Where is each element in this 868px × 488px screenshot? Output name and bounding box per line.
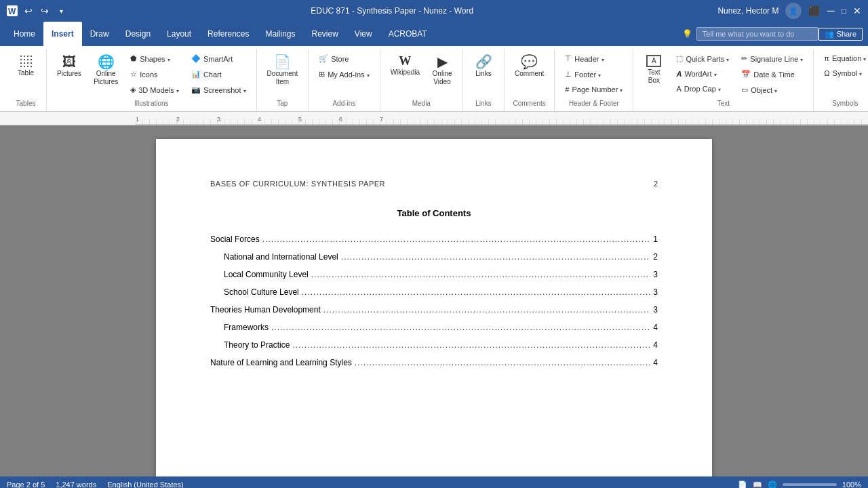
tab-design[interactable]: Design xyxy=(117,22,159,46)
header-button[interactable]: ⊤ Header ▾ xyxy=(560,52,627,66)
group-label-symbols: Symbols xyxy=(819,97,868,108)
pictures-icon: 🖼 xyxy=(62,55,76,68)
signature-line-button[interactable]: ✏ Signature Line ▾ xyxy=(736,52,808,66)
account-icon[interactable]: 👤 xyxy=(785,3,802,19)
tab-mailings[interactable]: Mailings xyxy=(257,22,303,46)
page-number-button[interactable]: # Page Number ▾ xyxy=(560,83,627,96)
ribbon-content: Table Tables 🖼 Pictures 🌐 OnlinePictures… xyxy=(0,46,868,112)
ruler: 1234567 xyxy=(0,112,868,125)
object-button[interactable]: ▭ Object ▾ xyxy=(736,83,808,97)
table-icon xyxy=(20,55,33,68)
ribbon-group-symbols: π Equation ▾ Ω Symbol ▾ Symbols xyxy=(814,49,868,111)
screenshot-icon: 📷 xyxy=(191,85,201,94)
toc-item-theory-practice: Theory to Practice .....................… xyxy=(210,340,658,350)
comment-icon: 💬 xyxy=(521,55,538,68)
equation-button[interactable]: π Equation ▾ xyxy=(819,52,868,65)
smartart-icon: 🔷 xyxy=(191,54,201,63)
online-video-button[interactable]: ▶ OnlineVideo xyxy=(427,52,457,89)
document-page: BASES OF CURRICULUM: SYNTHESIS PAPER 2 T… xyxy=(156,139,712,476)
customize-icon[interactable]: ▾ xyxy=(56,5,66,16)
view-web-icon[interactable]: 🌐 xyxy=(768,481,777,489)
datetime-button[interactable]: 📅 Date & Time xyxy=(736,67,808,81)
share-icon: 👥 xyxy=(825,30,834,39)
status-bar: Page 2 of 5 1,247 words English (United … xyxy=(0,476,868,488)
title-bar: W ↩ ↪ ▾ EDUC 871 - Synthesis Paper - Nun… xyxy=(0,0,868,22)
text-box-icon: A xyxy=(646,55,661,67)
smartart-button[interactable]: 🔷 SmartArt xyxy=(186,52,251,66)
table-button[interactable]: Table xyxy=(11,52,41,81)
tab-layout[interactable]: Layout xyxy=(159,22,199,46)
text-col3: ✏ Signature Line ▾ 📅 Date & Time ▭ Objec… xyxy=(736,52,808,97)
my-addins-button[interactable]: ⊞ My Add-ins ▾ xyxy=(314,67,374,81)
symbols-col: π Equation ▾ Ω Symbol ▾ xyxy=(819,52,868,80)
page-info: Page 2 of 5 xyxy=(7,481,45,488)
wikipedia-button[interactable]: W Wikipedia xyxy=(386,52,425,80)
tab-insert[interactable]: Insert xyxy=(43,22,82,46)
links-button[interactable]: 🔗 Links xyxy=(469,52,498,81)
text-col2: ⬚ Quick Parts ▾ A WordArt ▾ A Drop Cap ▾ xyxy=(671,52,734,96)
view-print-icon[interactable]: 📄 xyxy=(738,481,747,489)
comment-button[interactable]: 💬 Comment xyxy=(510,52,549,81)
close-btn[interactable]: ✕ xyxy=(853,5,861,16)
toc-item-social-forces: Social Forces ..........................… xyxy=(210,235,658,244)
shapes-button[interactable]: ⬟ Shapes ▾ xyxy=(125,52,184,66)
group-label-media: Media xyxy=(386,97,457,108)
toc-item-theories: Theories Human Development .............… xyxy=(210,305,658,314)
minimize-btn[interactable]: ─ xyxy=(827,5,834,17)
tab-references[interactable]: References xyxy=(199,22,257,46)
store-button[interactable]: 🛒 Store xyxy=(314,52,374,66)
text-box-button[interactable]: A TextBox xyxy=(639,52,669,88)
search-input[interactable] xyxy=(696,27,818,41)
symbol-button[interactable]: Ω Symbol ▾ xyxy=(819,66,868,80)
toc-item-school: School Culture Level ...................… xyxy=(210,287,658,297)
online-pictures-button[interactable]: 🌐 OnlinePictures xyxy=(89,52,123,89)
3d-models-button[interactable]: ◈ 3D Models ▾ xyxy=(125,83,184,97)
ribbon-group-headerfooter: ⊤ Header ▾ ⊥ Footer ▾ # Page Number ▾ He… xyxy=(555,49,633,111)
maximize-btn[interactable]: □ xyxy=(842,6,846,16)
tab-draw[interactable]: Draw xyxy=(82,22,117,46)
ribbon-group-tables: Table Tables xyxy=(5,49,47,111)
view-read-icon[interactable]: 📖 xyxy=(753,481,762,489)
svg-text:1: 1 xyxy=(136,116,139,123)
icons-icon: ☆ xyxy=(130,70,137,79)
addins-col: 🛒 Store ⊞ My Add-ins ▾ xyxy=(314,52,374,81)
signature-icon: ✏ xyxy=(741,54,747,63)
dropcap-icon: A xyxy=(676,85,681,93)
icons-button[interactable]: ☆ Icons xyxy=(125,67,184,81)
word-logo-icon: W xyxy=(7,5,18,16)
svg-text:W: W xyxy=(8,7,16,16)
tabs-row: Home Insert Draw Design Layout Reference… xyxy=(0,22,868,46)
zoom-slider[interactable] xyxy=(783,483,837,486)
tab-acrobat[interactable]: ACROBAT xyxy=(380,22,435,46)
screenshot-button[interactable]: 📷 Screenshot ▾ xyxy=(186,83,251,97)
pictures-button[interactable]: 🖼 Pictures xyxy=(52,52,86,81)
store-icon: 🛒 xyxy=(319,54,328,63)
ribbon-display-icon[interactable]: ⬛ xyxy=(808,5,820,16)
symbol-icon: Ω xyxy=(824,69,829,77)
undo-icon[interactable]: ↩ xyxy=(23,5,34,16)
toc-item-national: National and International Level .......… xyxy=(210,252,658,262)
share-button[interactable]: 👥 Share xyxy=(818,28,863,41)
zoom-level: 100% xyxy=(842,481,861,488)
chart-button[interactable]: 📊 Chart xyxy=(186,67,251,81)
group-label-illustrations: Illustrations xyxy=(52,97,251,108)
ribbon-group-illustrations: 🖼 Pictures 🌐 OnlinePictures ⬟ Shapes ▾ ☆… xyxy=(47,49,257,111)
quick-parts-icon: ⬚ xyxy=(676,54,683,63)
ribbon-group-tap: 📄 DocumentItem Tap xyxy=(257,49,309,111)
document-area: BASES OF CURRICULUM: SYNTHESIS PAPER 2 T… xyxy=(0,125,868,476)
tab-view[interactable]: View xyxy=(347,22,380,46)
group-label-text: Text xyxy=(639,97,808,108)
tab-home[interactable]: Home xyxy=(5,22,43,46)
svg-text:3: 3 xyxy=(217,116,220,123)
footer-button[interactable]: ⊥ Footer ▾ xyxy=(560,67,627,81)
document-item-button[interactable]: 📄 DocumentItem xyxy=(262,52,303,89)
tab-review[interactable]: Review xyxy=(304,22,347,46)
my-addins-icon: ⊞ xyxy=(319,70,325,79)
header-icon: ⊤ xyxy=(565,54,572,63)
wordart-button[interactable]: A WordArt ▾ xyxy=(671,67,734,81)
dropcap-button[interactable]: A Drop Cap ▾ xyxy=(671,82,734,96)
svg-text:6: 6 xyxy=(339,116,342,123)
online-pictures-icon: 🌐 xyxy=(98,55,115,68)
quick-parts-button[interactable]: ⬚ Quick Parts ▾ xyxy=(671,52,734,66)
redo-icon[interactable]: ↪ xyxy=(39,5,50,16)
